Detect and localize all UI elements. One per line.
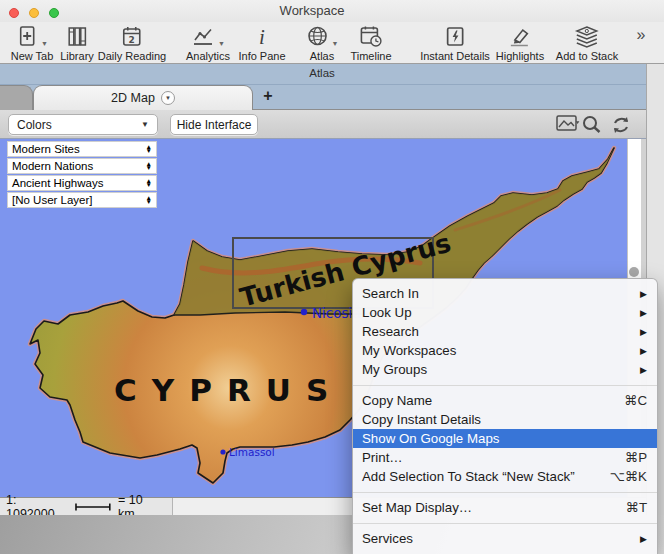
pane-title: Atlas [309,67,335,79]
shortcut-label: ⌘P [625,450,647,465]
layer-select-1[interactable]: Modern Sites ▲▼ [7,141,157,157]
dropdown-caret-icon: ▼ [332,40,339,47]
menu-item-show-on-google-maps[interactable]: Show On Google Maps [353,429,657,448]
submenu-arrow-icon: ▶ [640,346,647,356]
tab-dropdown-icon[interactable]: ▼ [161,91,175,105]
inactive-tab-stub [0,85,33,110]
shortcut-label: ⌥⌘K [610,469,648,484]
dropdown-caret-icon: ▼ [41,40,48,47]
shortcut-label: ⌘T [626,500,647,515]
limassol-dot [220,449,225,454]
timeline-icon [358,24,384,50]
layer-select-3[interactable]: Ancient Highways ▲▼ [7,175,157,191]
library-icon [65,24,89,50]
menu-item-my-groups[interactable]: My Groups▶ [353,360,657,379]
submenu-arrow-icon: ▶ [640,365,647,375]
window-title: Workspace [280,3,345,18]
tab-label: 2D Map [111,91,155,105]
analytics-icon: ▼ [191,24,225,50]
toolbar-analytics-button[interactable]: ▼ Analytics [186,24,230,62]
zoom-window-button[interactable] [49,8,59,18]
pane-header-bar: Atlas [0,64,646,85]
toolbar-daily-reading-button[interactable]: 2 Daily Reading [98,24,166,62]
menu-separator [353,385,657,386]
toolbar-timeline-button[interactable]: Timeline [350,24,391,62]
daily-reading-icon: 2 [120,24,144,50]
new-tab-icon: ▼ [16,24,48,50]
menu-item-research[interactable]: Research▶ [353,322,657,341]
toolbar-overflow-chevron[interactable]: » [637,26,644,44]
stepper-arrows-icon: ▲▼ [146,179,152,187]
highlighter-icon [507,24,533,50]
chevron-down-icon: ▼ [141,120,149,129]
scale-readout: 1: 1092000 = 10 km. [0,498,173,515]
hide-interface-button[interactable]: Hide Interface [170,114,258,135]
menu-item-add-selection-to-stack[interactable]: Add Selection To Stack “New Stack”⌥⌘K [353,467,657,486]
menu-item-search-in[interactable]: Search In▶ [353,284,657,303]
refresh-cycle-icon[interactable] [608,114,634,136]
limassol-label: Limassol [229,446,275,458]
menu-item-set-map-display[interactable]: Set Map Display…⌘T [353,498,657,517]
svg-text:2: 2 [129,35,135,45]
map-style-icon[interactable] [556,114,582,134]
colors-dropdown[interactable]: Colors ▼ [8,114,158,135]
submenu-arrow-icon: ▶ [640,308,647,318]
atlas-globe-icon: ▼ [306,24,339,50]
workspace-window: Workspace ▼ New Tab Library 2 Daily Read… [0,0,664,554]
menu-item-copy-instant-details[interactable]: Copy Instant Details [353,410,657,429]
tab-bar: 2D Map ▼ + [0,85,646,110]
toolbar-atlas-button[interactable]: ▼ Atlas [306,24,339,62]
search-icon[interactable] [581,114,603,134]
menu-item-look-up[interactable]: Look Up▶ [353,303,657,322]
stepper-arrows-icon: ▲▼ [146,196,152,204]
dropdown-caret-icon: ▼ [218,40,225,47]
layer-select-2[interactable]: Modern Nations ▲▼ [7,158,157,174]
menu-item-my-workspaces[interactable]: My Workspaces▶ [353,341,657,360]
toolbar-new-tab-button[interactable]: ▼ New Tab [11,24,54,62]
shortcut-label: ⌘C [624,393,647,408]
layer-select-4[interactable]: [No User Layer] ▲▼ [7,192,157,208]
toolbar-instant-details-button[interactable]: Instant Details [420,24,490,62]
menu-separator [353,523,657,524]
info-pane-icon: i [259,24,265,50]
stack-icon [573,24,601,50]
toolbar-add-to-stack-button[interactable]: Add to Stack [556,24,618,62]
main-toolbar: ▼ New Tab Library 2 Daily Reading ▼ Anal… [0,22,664,64]
stepper-arrows-icon: ▲▼ [146,162,152,170]
submenu-arrow-icon: ▶ [640,534,647,544]
menu-item-print[interactable]: Print…⌘P [353,448,657,467]
title-bar: Workspace [0,0,664,22]
new-tab-plus-button[interactable]: + [263,87,272,105]
submenu-arrow-icon: ▶ [640,327,647,337]
toolbar-library-button[interactable]: Library [60,24,94,62]
tab-2d-map[interactable]: 2D Map ▼ [33,85,253,110]
instant-details-icon [443,24,467,50]
menu-item-copy-name[interactable]: Copy Name⌘C [353,391,657,410]
map-controls-bar: Colors ▼ Hide Interface [0,110,646,139]
stepper-arrows-icon: ▲▼ [146,145,152,153]
menu-separator [353,492,657,493]
menu-item-services[interactable]: Services▶ [353,529,657,548]
toolbar-info-pane-button[interactable]: i Info Pane [238,24,285,62]
country-label: CYPRUS [114,372,343,408]
scale-bar-icon [74,502,112,512]
nicosia-dot [301,309,307,315]
context-menu: Search In▶ Look Up▶ Research▶ My Workspa… [352,278,658,554]
scrollbar-thumb[interactable] [629,267,639,277]
submenu-arrow-icon: ▶ [640,289,647,299]
layer-selector-stack: Modern Sites ▲▼ Modern Nations ▲▼ Ancien… [7,141,157,209]
toolbar-highlights-button[interactable]: Highlights [496,24,544,62]
minimize-window-button[interactable] [29,8,39,18]
close-window-button[interactable] [9,8,19,18]
